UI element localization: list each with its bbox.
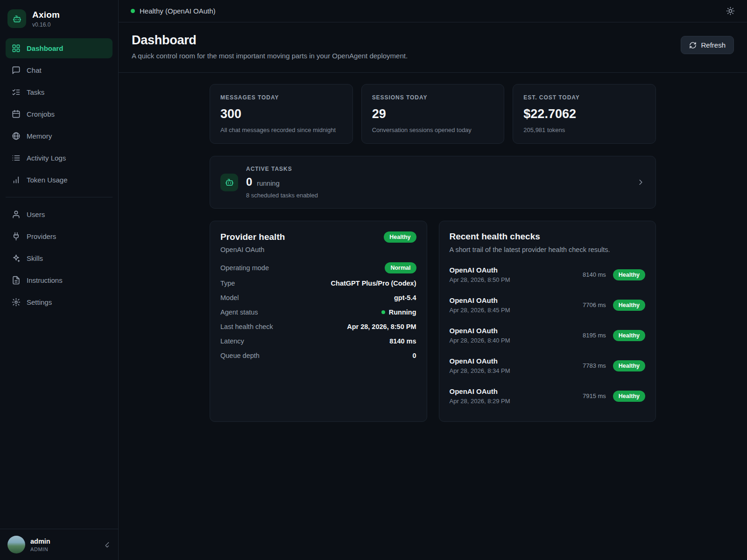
health-checks-title: Recent health checks — [450, 231, 646, 242]
app-root: Axiom v0.16.0 Dashboard Chat Tasks — [0, 0, 747, 560]
check-time: Apr 28, 2026, 8:50 PM — [450, 276, 583, 283]
detail-row: Latency 8140 ms — [220, 336, 416, 346]
active-tasks-suffix: running — [257, 180, 279, 187]
app-version: v0.16.0 — [32, 21, 60, 28]
check-status-badge: Healthy — [613, 360, 645, 371]
stat-value: $22.7062 — [523, 107, 645, 121]
page-header: Dashboard A quick control room for the m… — [119, 22, 747, 73]
health-checks-card: Recent health checks A short trail of th… — [439, 221, 656, 422]
check-provider: OpenAI OAuth — [450, 387, 583, 395]
provider-health-card: Provider health Healthy OpenAI OAuth Ope… — [210, 221, 427, 422]
stat-value: 300 — [220, 107, 342, 121]
nav-icon — [12, 210, 21, 219]
nav-icon — [12, 132, 21, 140]
nav-label: Skills — [27, 254, 43, 262]
sidebar-item[interactable]: Dashboard — [6, 38, 113, 58]
stat-card: MESSAGES TODAY 300 All chat messages rec… — [210, 84, 353, 144]
check-provider: OpenAI OAuth — [450, 266, 583, 274]
nav-icon — [12, 298, 21, 307]
nav-icon — [12, 232, 21, 241]
sun-icon — [726, 7, 735, 15]
page-subtitle: A quick control room for the most import… — [132, 52, 408, 60]
health-check-row: OpenAI OAuth Apr 28, 2026, 8:50 PM 8140 … — [450, 259, 646, 290]
check-latency: 8195 ms — [583, 332, 606, 339]
health-status-dot — [131, 9, 135, 13]
health-check-row: OpenAI OAuth Apr 28, 2026, 8:34 PM 7783 … — [450, 350, 646, 381]
sidebar-item[interactable]: Token Usage — [6, 170, 113, 190]
stat-card: SESSIONS TODAY 29 Conversation sessions … — [361, 84, 505, 144]
nav-icon — [12, 276, 21, 285]
stats-row: MESSAGES TODAY 300 All chat messages rec… — [210, 84, 656, 144]
brand: Axiom v0.16.0 — [0, 0, 118, 38]
bot-icon — [225, 178, 234, 187]
sidebar-item[interactable]: Users — [6, 204, 113, 224]
nav-icon — [12, 88, 21, 97]
provider-health-status-badge: Healthy — [384, 231, 416, 243]
check-provider: OpenAI OAuth — [450, 357, 583, 365]
stat-caption: Conversation sessions opened today — [372, 126, 494, 133]
avatar — [7, 536, 25, 553]
active-tasks-caption: 8 scheduled tasks enabled — [246, 192, 318, 199]
check-latency: 7706 ms — [583, 301, 606, 308]
nav-icon — [12, 44, 21, 53]
content: MESSAGES TODAY 300 All chat messages rec… — [119, 73, 747, 560]
detail-row: Agent status Running — [220, 307, 416, 317]
detail-row: Operating mode Normal — [220, 262, 416, 273]
user-role: ADMIN — [30, 546, 50, 552]
active-tasks-card[interactable]: ACTIVE TASKS 0 running 8 scheduled tasks… — [210, 156, 656, 209]
stat-label: SESSIONS TODAY — [372, 94, 494, 101]
health-check-row: OpenAI OAuth Apr 28, 2026, 8:40 PM 8195 … — [450, 320, 646, 350]
nav-label: Instructions — [27, 276, 63, 284]
sidebar-nav-secondary: Users Providers Skills Instructions — [6, 197, 113, 312]
sidebar-item[interactable]: Instructions — [6, 270, 113, 290]
sidebar-item[interactable]: Memory — [6, 126, 113, 146]
health-status-text: Healthy (OpenAI OAuth) — [140, 7, 216, 15]
nav-label: Memory — [27, 132, 52, 140]
main: Healthy (OpenAI OAuth) Dashboard A quick… — [119, 0, 747, 560]
provider-health-title: Provider health — [220, 232, 285, 242]
user-menu[interactable]: admin ADMIN — [0, 529, 118, 560]
stat-label: MESSAGES TODAY — [220, 94, 342, 101]
nav-icon — [12, 175, 21, 184]
sidebar-item[interactable]: Providers — [6, 226, 113, 246]
check-status-badge: Healthy — [613, 330, 645, 341]
nav-label: Users — [27, 210, 45, 218]
health-checks-subtitle: A short trail of the latest provider hea… — [450, 246, 646, 253]
chevrons-up-down-icon — [104, 541, 111, 548]
check-status-badge: Healthy — [613, 300, 645, 311]
nav-label: Activity Logs — [27, 154, 66, 162]
nav-label: Tasks — [27, 88, 44, 96]
sidebar-item[interactable]: Activity Logs — [6, 148, 113, 168]
provider-name: OpenAI OAuth — [220, 246, 416, 253]
nav-icon — [12, 154, 21, 162]
sidebar-item[interactable]: Chat — [6, 60, 113, 80]
check-provider: OpenAI OAuth — [450, 296, 583, 304]
refresh-button[interactable]: Refresh — [681, 36, 734, 54]
stat-value: 29 — [372, 107, 494, 121]
stat-label: EST. COST TODAY — [523, 94, 645, 101]
check-status-badge: Healthy — [613, 391, 645, 402]
sidebar-item[interactable]: Tasks — [6, 82, 113, 102]
check-latency: 8140 ms — [583, 271, 606, 278]
sidebar-item[interactable]: Cronjobs — [6, 104, 113, 124]
provider-detail-rows: Operating mode Normal Type ChatGPT Plus/… — [220, 262, 416, 360]
nav-label: Chat — [27, 66, 42, 74]
active-tasks-label: ACTIVE TASKS — [246, 166, 318, 172]
health-check-row: OpenAI OAuth Apr 28, 2026, 8:29 PM 7915 … — [450, 381, 646, 411]
check-time: Apr 28, 2026, 8:34 PM — [450, 367, 583, 374]
chevron-right-icon — [636, 178, 645, 187]
stat-caption: 205,981 tokens — [523, 126, 645, 133]
sidebar-item[interactable]: Settings — [6, 292, 113, 312]
sidebar-item[interactable]: Skills — [6, 248, 113, 268]
detail-row: Queue depth 0 — [220, 350, 416, 360]
sidebar: Axiom v0.16.0 Dashboard Chat Tasks — [0, 0, 119, 560]
nav-label: Providers — [27, 232, 56, 240]
nav-label: Settings — [27, 298, 52, 306]
check-time: Apr 28, 2026, 8:40 PM — [450, 337, 583, 344]
health-check-row: OpenAI OAuth Apr 28, 2026, 8:45 PM 7706 … — [450, 290, 646, 320]
running-status-dot — [381, 310, 385, 314]
topbar: Healthy (OpenAI OAuth) — [119, 0, 747, 22]
theme-toggle-button[interactable] — [726, 7, 735, 15]
health-checks-list: OpenAI OAuth Apr 28, 2026, 8:50 PM 8140 … — [450, 259, 646, 411]
nav-label: Dashboard — [27, 44, 63, 52]
